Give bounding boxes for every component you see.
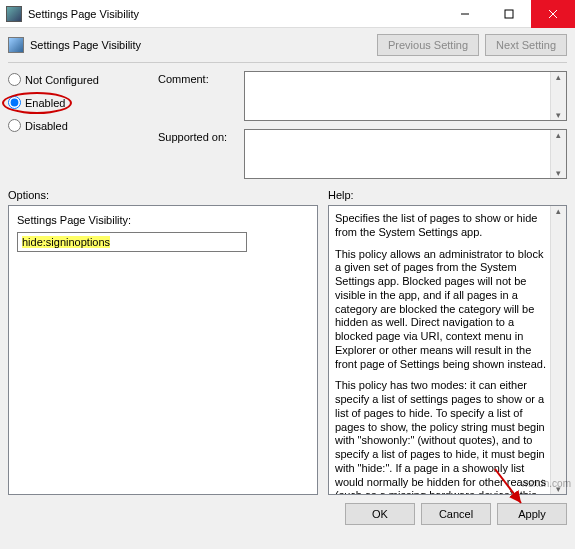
settings-visibility-value: hide:signinoptions <box>22 236 110 248</box>
scroll-down-icon[interactable]: ▾ <box>556 110 561 120</box>
scrollbar[interactable]: ▴▾ <box>550 72 566 120</box>
maximize-button[interactable] <box>487 0 531 28</box>
minimize-button[interactable] <box>443 0 487 28</box>
ok-button[interactable]: OK <box>345 503 415 525</box>
scrollbar[interactable]: ▴▾ <box>550 206 566 494</box>
radio-not-configured[interactable]: Not Configured <box>8 73 148 86</box>
settings-visibility-input[interactable]: hide:signinoptions <box>17 232 247 252</box>
radio-disabled-label: Disabled <box>25 120 68 132</box>
policy-icon <box>8 37 24 53</box>
app-icon <box>6 6 22 22</box>
options-section-label: Options: <box>8 189 318 201</box>
apply-button[interactable]: Apply <box>497 503 567 525</box>
titlebar: Settings Page Visibility <box>0 0 575 28</box>
radio-not-configured-label: Not Configured <box>25 74 99 86</box>
radio-not-configured-input[interactable] <box>8 73 21 86</box>
help-paragraph: This policy allows an administrator to b… <box>335 248 546 372</box>
next-setting-button[interactable]: Next Setting <box>485 34 567 56</box>
state-radios: Not Configured Enabled Disabled <box>8 71 148 179</box>
comment-label: Comment: <box>158 71 238 121</box>
radio-disabled[interactable]: Disabled <box>8 119 148 132</box>
window-title: Settings Page Visibility <box>28 8 443 20</box>
scroll-down-icon[interactable]: ▾ <box>556 484 561 494</box>
supported-value <box>245 130 550 178</box>
comment-value <box>245 72 550 120</box>
help-paragraph: Specifies the list of pages to show or h… <box>335 212 546 240</box>
radio-disabled-input[interactable] <box>8 119 21 132</box>
options-field-label: Settings Page Visibility: <box>17 214 309 226</box>
header-row: Settings Page Visibility Previous Settin… <box>8 34 567 56</box>
supported-textarea[interactable]: ▴▾ <box>244 129 567 179</box>
scroll-down-icon[interactable]: ▾ <box>556 168 561 178</box>
help-text: Specifies the list of pages to show or h… <box>329 206 550 494</box>
radio-enabled[interactable]: Enabled <box>8 96 148 109</box>
cancel-button[interactable]: Cancel <box>421 503 491 525</box>
close-button[interactable] <box>531 0 575 28</box>
scroll-up-icon[interactable]: ▴ <box>556 130 561 140</box>
comment-textarea[interactable]: ▴▾ <box>244 71 567 121</box>
scroll-up-icon[interactable]: ▴ <box>556 206 561 216</box>
help-paragraph: This policy has two modes: it can either… <box>335 379 546 494</box>
policy-title: Settings Page Visibility <box>30 39 371 51</box>
divider <box>8 62 567 63</box>
radio-enabled-label: Enabled <box>25 97 65 109</box>
help-panel: Specifies the list of pages to show or h… <box>328 205 567 495</box>
scroll-up-icon[interactable]: ▴ <box>556 72 561 82</box>
scrollbar[interactable]: ▴▾ <box>550 130 566 178</box>
dialog-buttons: OK Cancel Apply <box>8 503 567 525</box>
svg-rect-1 <box>505 10 513 18</box>
supported-label: Supported on: <box>158 129 238 179</box>
help-section-label: Help: <box>328 189 354 201</box>
previous-setting-button[interactable]: Previous Setting <box>377 34 479 56</box>
radio-enabled-input[interactable] <box>8 96 21 109</box>
options-panel: Settings Page Visibility: hide:signinopt… <box>8 205 318 495</box>
